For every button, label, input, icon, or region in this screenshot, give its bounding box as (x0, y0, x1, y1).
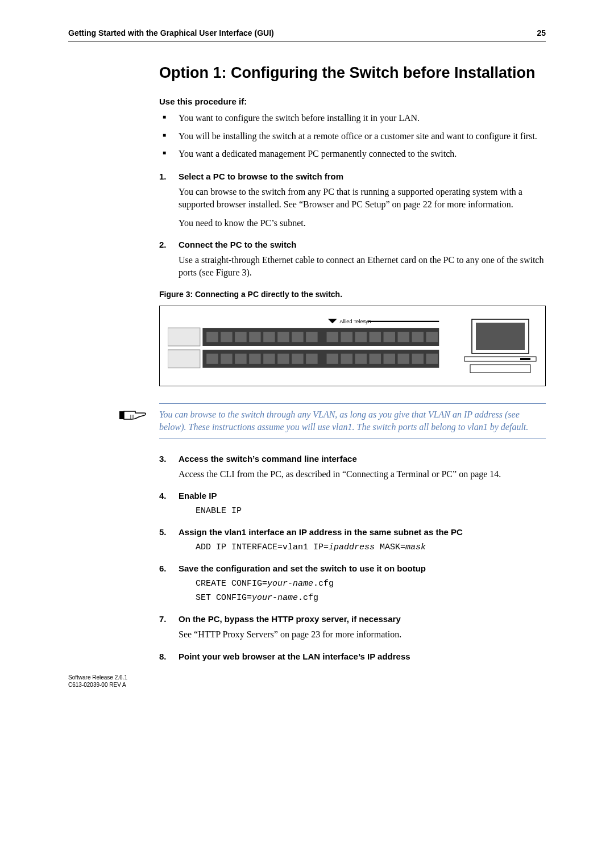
step-paragraph: Use a straight-through Ethernet cable to… (179, 254, 546, 279)
svg-rect-33 (370, 353, 381, 364)
step-title: Enable IP (179, 491, 217, 500)
svg-rect-37 (426, 353, 438, 364)
page-header: Getting Started with the Graphical User … (68, 28, 546, 41)
step-number: 7. (159, 614, 179, 624)
svg-rect-6 (206, 332, 218, 342)
step-paragraph: You can browse to the switch from any PC… (179, 186, 546, 211)
svg-rect-3 (168, 350, 200, 368)
svg-rect-16 (355, 332, 367, 342)
svg-rect-35 (398, 353, 409, 364)
step-paragraph: See “HTTP Proxy Servers” on page 23 for … (179, 628, 546, 641)
list-item: You want to configure the switch before … (159, 112, 546, 124)
step-number: 1. (159, 172, 179, 181)
header-page-number: 25 (537, 28, 546, 37)
page-footer: Software Release 2.6.1 C613-02039-00 REV… (68, 674, 127, 688)
svg-rect-13 (306, 332, 317, 342)
svg-rect-15 (341, 332, 352, 342)
step-title: Point your web browser at the LAN interf… (179, 652, 410, 661)
header-title: Getting Started with the Graphical User … (68, 28, 274, 37)
step-title: Save the configuration and set the switc… (179, 564, 426, 573)
step-number: 3. (159, 454, 179, 464)
svg-rect-26 (263, 353, 275, 364)
step-number: 4. (159, 491, 179, 500)
bullet-list: You want to configure the switch before … (159, 112, 546, 160)
code-line: ADD IP INTERFACE=vlan1 IP=ipaddress MASK… (196, 541, 546, 553)
svg-rect-7 (221, 332, 232, 342)
svg-rect-23 (221, 353, 232, 364)
svg-rect-9 (249, 332, 260, 342)
list-item: You want a dedicated management PC perma… (159, 148, 546, 160)
figure-box: Allied Telesyn (159, 306, 546, 386)
svg-rect-8 (235, 332, 246, 342)
svg-rect-22 (206, 353, 218, 364)
svg-rect-14 (327, 332, 338, 342)
svg-rect-30 (327, 353, 338, 364)
step-number: 5. (159, 527, 179, 537)
step-8: 8. Point your web browser at the LAN int… (159, 652, 546, 661)
svg-rect-24 (235, 353, 246, 364)
svg-rect-17 (370, 332, 381, 342)
footer-release: Software Release 2.6.1 (68, 674, 127, 681)
footer-docid: C613-02039-00 REV A (68, 681, 127, 688)
step-title: Assign the vlan1 interface an IP address… (179, 527, 463, 537)
svg-rect-18 (384, 332, 395, 342)
figure-caption: Figure 3: Connecting a PC directly to th… (159, 290, 546, 299)
list-item: You will be installing the switch at a r… (159, 130, 546, 143)
section-title: Option 1: Configuring the Switch before … (159, 64, 546, 82)
hand-pointing-icon (119, 407, 148, 426)
code-line: CREATE CONFIG=your-name.cfg (196, 578, 546, 590)
svg-rect-20 (412, 332, 424, 342)
switch-diagram: Allied Telesyn (168, 318, 452, 378)
step-title: Select a PC to browse to the switch from (179, 172, 343, 181)
svg-rect-11 (277, 332, 289, 342)
step-paragraph: You need to know the PC’s subnet. (179, 217, 546, 229)
svg-rect-34 (384, 353, 395, 364)
step-title: On the PC, bypass the HTTP proxy server,… (179, 614, 401, 624)
svg-rect-21 (426, 332, 438, 342)
step-3: 3. Access the switch’s command line inte… (159, 454, 546, 481)
svg-rect-12 (292, 332, 303, 342)
step-2: 2. Connect the PC to the switch Use a st… (159, 240, 546, 279)
step-number: 8. (159, 652, 179, 661)
svg-rect-41 (520, 358, 530, 360)
svg-rect-42 (470, 365, 530, 373)
note-text: You can browse to the switch through any… (159, 407, 546, 435)
code-line: ENABLE IP (196, 505, 546, 517)
step-7: 7. On the PC, bypass the HTTP proxy serv… (159, 614, 546, 641)
svg-rect-27 (277, 353, 289, 364)
step-number: 6. (159, 564, 179, 573)
step-1: 1. Select a PC to browse to the switch f… (159, 172, 546, 229)
step-paragraph: Access the CLI from the PC, as described… (179, 468, 546, 481)
step-6: 6. Save the configuration and set the sw… (159, 564, 546, 604)
svg-rect-10 (263, 332, 275, 342)
svg-rect-29 (306, 353, 317, 364)
svg-rect-39 (476, 323, 525, 350)
svg-rect-28 (292, 353, 303, 364)
svg-marker-0 (328, 319, 337, 323)
svg-rect-19 (398, 332, 409, 342)
step-4: 4. Enable IP ENABLE IP (159, 491, 546, 517)
svg-rect-25 (249, 353, 260, 364)
svg-rect-31 (341, 353, 352, 364)
svg-rect-36 (412, 353, 424, 364)
svg-rect-43 (119, 411, 124, 419)
brand-label: Allied Telesyn (339, 319, 371, 324)
step-5: 5. Assign the vlan1 interface an IP addr… (159, 527, 546, 553)
monitor-diagram (463, 318, 537, 377)
svg-rect-2 (168, 328, 200, 346)
svg-rect-32 (355, 353, 367, 364)
intro-subhead: Use this procedure if: (159, 97, 546, 106)
step-title: Access the switch’s command line interfa… (179, 454, 357, 464)
note-block: You can browse to the switch through any… (159, 403, 546, 439)
code-line: SET CONFIG=your-name.cfg (196, 592, 546, 604)
step-title: Connect the PC to the switch (179, 240, 297, 249)
step-number: 2. (159, 240, 179, 249)
